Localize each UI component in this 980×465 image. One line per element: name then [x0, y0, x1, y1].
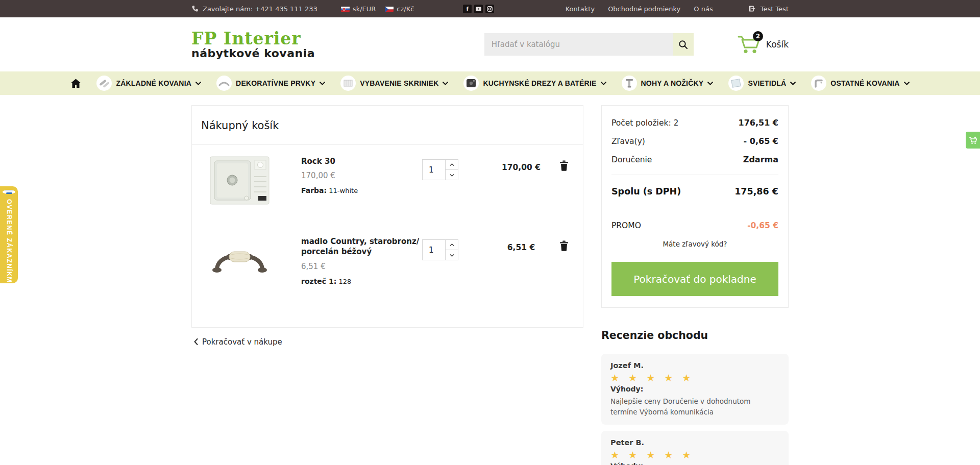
language-cz-kc[interactable]: cz/Kč	[385, 5, 414, 13]
review-stars: ★ ★ ★ ★ ★	[610, 372, 779, 383]
nav-item-dekorativne-prvky[interactable]: DEKORATÍVNE PRVKY	[216, 76, 325, 91]
heureka-logo-icon	[3, 190, 15, 194]
reviews-title: Recenzie obchodu	[601, 329, 789, 341]
continue-shopping-link[interactable]: Pokračovať v nákupe	[194, 337, 583, 347]
items-count-label: Počet položiek: 2	[611, 118, 678, 128]
right-column: Počet položiek: 2 176,51 € Zľava(y) - 0,…	[601, 105, 789, 465]
category-leg-icon	[622, 76, 637, 91]
flag-sk-icon	[341, 6, 350, 12]
product-name[interactable]: Rock 30	[301, 156, 422, 166]
home-icon	[70, 79, 81, 88]
facebook-icon[interactable]: f	[463, 5, 472, 13]
attribute-value: 128	[339, 278, 352, 285]
items-total-value: 176,51 €	[739, 118, 778, 128]
chevron-down-icon	[195, 82, 201, 85]
nav-item-svietidla[interactable]: SVIETIDLÁ	[728, 76, 796, 91]
product-image[interactable]	[210, 236, 270, 283]
product-unit-price: 170,00 €	[301, 171, 422, 180]
discount-value: - 0,65 €	[744, 136, 778, 146]
review-card: Jozef M. ★ ★ ★ ★ ★ Výhody: Najlepšie cen…	[601, 354, 789, 425]
review-card: Peter B. ★ ★ ★ ★ ★ Výhody:	[601, 431, 789, 465]
topbar: Zavolajte nám: +421 435 111 233 sk/EUR c…	[0, 0, 980, 17]
cart-item-row: madlo Country, starobronz/ porcelán béžo…	[192, 225, 583, 297]
category-sink-icon	[463, 76, 479, 91]
nav-item-nohy-a-nozicky[interactable]: NOHY A NOŽIČKY	[622, 76, 714, 91]
remove-item-button[interactable]	[559, 160, 569, 173]
quantity-value[interactable]: 1	[423, 160, 445, 180]
nav-label: NOHY A NOŽIČKY	[641, 79, 704, 87]
product-unit-price: 6,51 €	[301, 262, 422, 271]
cart-item-row: Rock 30 170,00 € Farba: 11-white 1 170,0…	[192, 145, 583, 218]
quantity-decrease-button[interactable]	[446, 170, 458, 180]
quantity-value[interactable]: 1	[423, 240, 445, 260]
account-user[interactable]: Test Test	[749, 5, 789, 13]
trash-icon	[559, 160, 569, 171]
search-input[interactable]	[484, 33, 673, 56]
category-basket-icon	[340, 76, 356, 91]
sign-out-icon	[749, 5, 756, 12]
category-hinges-icon	[96, 76, 112, 91]
social-links: f	[463, 5, 494, 13]
link-kontakty[interactable]: Kontakty	[566, 5, 595, 13]
remove-item-button[interactable]	[559, 240, 569, 253]
link-o-nas[interactable]: O nás	[694, 5, 713, 13]
voucher-code-link[interactable]: Máte zľavový kód?	[611, 240, 778, 248]
site-logo[interactable]: FP Interier nábytkové kovania	[191, 30, 315, 59]
review-stars: ★ ★ ★ ★ ★	[610, 449, 779, 460]
trash-icon	[559, 240, 569, 251]
verified-customers-label: OVERENÉ ZÁKAZNÍKMI	[6, 199, 13, 285]
search-bar	[484, 33, 694, 56]
checkout-button[interactable]: Pokračovať do pokladne	[611, 262, 778, 296]
verified-customers-badge[interactable]: OVERENÉ ZÁKAZNÍKMI	[0, 186, 18, 283]
quantity-increase-button[interactable]	[446, 240, 458, 250]
grand-total-value: 175,86 €	[734, 186, 778, 197]
shipping-value: Zdarma	[743, 155, 778, 164]
product-image[interactable]	[210, 156, 270, 207]
search-button[interactable]	[673, 33, 694, 56]
language-sk-eur[interactable]: sk/EUR	[341, 5, 376, 13]
instagram-icon[interactable]	[485, 5, 494, 13]
attribute-value: 11-white	[329, 187, 358, 194]
page-title: Nákupný košík	[192, 106, 583, 144]
line-total: 6,51 €	[488, 243, 554, 252]
language-cz-label: cz/Kč	[397, 5, 414, 13]
quick-cart-tab[interactable]	[966, 132, 980, 149]
cart-summary: Počet položiek: 2 176,51 € Zľava(y) - 0,…	[601, 105, 789, 308]
youtube-icon[interactable]	[474, 5, 483, 13]
quantity-stepper[interactable]: 1	[422, 159, 458, 180]
shipping-label: Doručenie	[611, 155, 652, 164]
promo-code-value: -0,65 €	[747, 221, 778, 230]
nav-item-ostatne-kovania[interactable]: OSTATNÉ KOVANIA	[811, 76, 909, 91]
divider	[611, 175, 778, 175]
user-name: Test Test	[761, 5, 789, 13]
chevron-down-icon	[601, 82, 606, 85]
phone-label: Zavolajte nám: +421 435 111 233	[203, 5, 317, 13]
sink-product-image	[210, 156, 270, 205]
category-handle-icon	[216, 76, 232, 91]
quantity-decrease-button[interactable]	[446, 250, 458, 260]
nav-label: VYBAVENIE SKRINIEK	[360, 79, 438, 87]
quantity-stepper[interactable]: 1	[422, 239, 458, 260]
home-button[interactable]	[70, 79, 81, 88]
nav-label: SVIETIDLÁ	[748, 79, 786, 87]
cart-label: Košík	[766, 39, 789, 50]
cart-count-badge: 2	[753, 31, 763, 41]
logo-line2: nábytkové kovania	[191, 48, 315, 59]
nav-item-zakladne-kovania[interactable]: ZÁKLADNÉ KOVANIA	[96, 76, 201, 91]
quantity-increase-button[interactable]	[446, 160, 458, 170]
topbar-links: Kontakty Obchodné podmienky O nás	[566, 5, 713, 13]
search-icon	[678, 40, 688, 50]
nav-item-vybavenie-skriniek[interactable]: VYBAVENIE SKRINIEK	[340, 76, 448, 91]
chevron-left-icon	[194, 338, 198, 345]
chevron-down-icon	[707, 82, 713, 85]
language-sk-label: sk/EUR	[353, 5, 376, 13]
main-content: Nákupný košík	[191, 105, 789, 465]
product-info: madlo Country, starobronz/ porcelán béžo…	[301, 236, 422, 285]
product-name[interactable]: madlo Country, starobronz/ porcelán béžo…	[301, 236, 422, 257]
review-author: Peter B.	[610, 438, 779, 447]
nav-item-kuchynske-drezy[interactable]: KUCHYNSKÉ DREZY A BATÉRIE	[463, 76, 606, 91]
header-cart[interactable]: 2 Košík	[738, 34, 789, 55]
link-obchodne-podmienky[interactable]: Obchodné podmienky	[608, 5, 680, 13]
chevron-down-icon	[320, 82, 325, 85]
header: FP Interier nábytkové kovania 2 Košík	[0, 17, 980, 71]
